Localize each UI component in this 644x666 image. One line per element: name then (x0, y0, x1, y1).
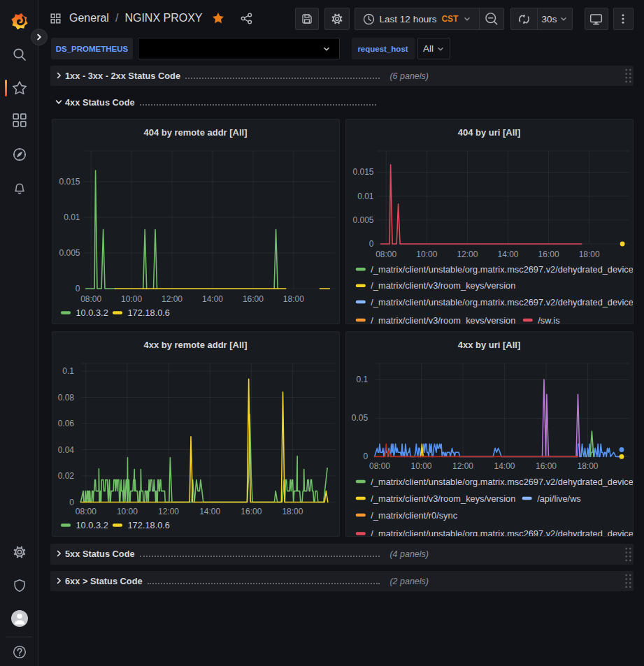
svg-text:/_matrix/client/v3/room_keys/v: /_matrix/client/v3/room_keys/version (371, 315, 515, 324)
svg-text:16:00: 16:00 (242, 294, 263, 304)
svg-text:10.0.3.2: 10.0.3.2 (76, 520, 108, 530)
svg-text:0.02: 0.02 (57, 471, 74, 481)
svg-text:10:00: 10:00 (410, 461, 431, 471)
svg-text:08:00: 08:00 (80, 294, 101, 304)
svg-text:0: 0 (69, 498, 74, 507)
svg-text:0.005: 0.005 (59, 248, 80, 258)
svg-text:0.015: 0.015 (59, 177, 80, 187)
svg-text:08:00: 08:00 (375, 249, 396, 259)
svg-text:18:00: 18:00 (577, 461, 598, 471)
svg-text:0.01: 0.01 (64, 212, 80, 222)
svg-text:14:00: 14:00 (201, 294, 222, 304)
svg-text:0: 0 (363, 451, 368, 461)
svg-text:08:00: 08:00 (368, 461, 389, 471)
svg-text:18:00: 18:00 (578, 249, 599, 259)
svg-text:0.1: 0.1 (62, 366, 74, 376)
svg-text:10:00: 10:00 (416, 249, 437, 259)
svg-text:12:00: 12:00 (157, 507, 178, 516)
svg-text:08:00: 08:00 (75, 507, 96, 516)
svg-text:10:00: 10:00 (121, 294, 142, 304)
svg-text:172.18.0.6: 172.18.0.6 (127, 520, 170, 530)
svg-text:0.04: 0.04 (57, 445, 74, 455)
svg-text:12:00: 12:00 (161, 294, 182, 304)
svg-text:0.01: 0.01 (357, 191, 374, 201)
svg-text:0.015: 0.015 (352, 167, 373, 177)
svg-text:16:00: 16:00 (538, 249, 559, 259)
svg-text:0.08: 0.08 (57, 393, 74, 403)
svg-text:18:00: 18:00 (282, 507, 303, 516)
svg-text:/_matrix/client/unstable/org.m: /_matrix/client/unstable/org.matrix.msc2… (371, 297, 634, 307)
svg-text:0: 0 (75, 284, 80, 294)
svg-text:/sw.js: /sw.js (538, 315, 559, 324)
svg-text:10.0.3.2: 10.0.3.2 (76, 307, 108, 318)
svg-text:/_matrix/client/unstable/org.m: /_matrix/client/unstable/org.matrix.msc2… (371, 264, 634, 275)
svg-text:/_matrix/client/r0/sync: /_matrix/client/r0/sync (371, 510, 457, 521)
svg-text:172.18.0.6: 172.18.0.6 (127, 307, 170, 318)
svg-text:12:00: 12:00 (457, 249, 478, 259)
svg-text:14:00: 14:00 (199, 507, 220, 516)
svg-text:/api/live/ws: /api/live/ws (537, 493, 581, 504)
svg-text:/_matrix/client/unstable/org.m: /_matrix/client/unstable/org.matrix.msc2… (371, 477, 634, 487)
svg-text:/_matrix/client/v3/room_keys/v: /_matrix/client/v3/room_keys/version (371, 493, 515, 504)
svg-text:16:00: 16:00 (535, 461, 556, 471)
svg-text:0: 0 (368, 239, 373, 249)
svg-text:0.005: 0.005 (352, 215, 373, 225)
svg-text:14:00: 14:00 (497, 249, 518, 259)
svg-text:12:00: 12:00 (452, 461, 473, 471)
svg-text:16:00: 16:00 (241, 507, 262, 516)
svg-text:0.1: 0.1 (356, 375, 368, 384)
svg-text:14:00: 14:00 (494, 461, 515, 471)
svg-text:/_matrix/client/unstable/org.m: /_matrix/client/unstable/org.matrix.msc2… (371, 528, 634, 537)
svg-text:10:00: 10:00 (116, 507, 137, 516)
svg-text:0.05: 0.05 (351, 413, 368, 423)
svg-text:/_matrix/client/v3/room_keys/v: /_matrix/client/v3/room_keys/version (371, 280, 515, 291)
svg-text:18:00: 18:00 (282, 294, 303, 304)
svg-text:0.06: 0.06 (57, 419, 74, 428)
